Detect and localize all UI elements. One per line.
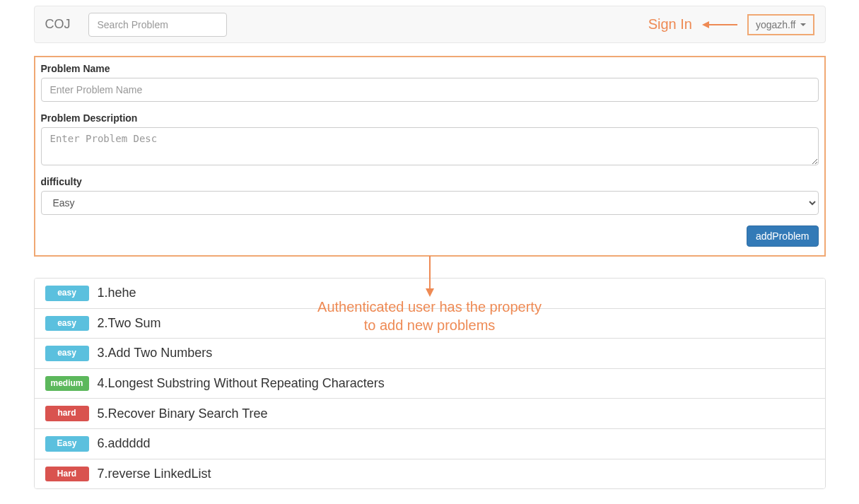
brand-link[interactable]: COJ	[45, 6, 81, 42]
problem-list-item[interactable]: medium4.Longest Substring Without Repeat…	[35, 369, 825, 399]
arrow-left-icon	[702, 20, 737, 29]
problem-list: easy1.heheeasy2.Two Sumeasy3.Add Two Num…	[34, 278, 826, 489]
problem-name-label: Problem Name	[41, 63, 819, 74]
problem-desc-input[interactable]	[41, 127, 819, 165]
problem-title: 2.Two Sum	[98, 316, 161, 331]
search-input[interactable]	[88, 13, 227, 37]
difficulty-badge: hard	[45, 406, 89, 421]
problem-list-item[interactable]: hard5.Recover Binary Search Tree	[35, 399, 825, 429]
caret-down-icon	[800, 23, 806, 26]
problem-title: 5.Recover Binary Search Tree	[98, 406, 268, 421]
problem-name-input[interactable]	[41, 78, 819, 102]
difficulty-badge: easy	[45, 316, 89, 332]
navbar: COJ Sign In yogazh.ff	[34, 6, 826, 43]
difficulty-badge: medium	[45, 376, 89, 392]
problem-title: 3.Add Two Numbers	[98, 346, 213, 361]
add-problem-form: Problem Name Problem Description difficu…	[34, 56, 826, 257]
difficulty-badge: easy	[45, 286, 89, 301]
problem-list-item[interactable]: Hard7.reverse LinkedList	[35, 459, 825, 489]
problem-title: 4.Longest Substring Without Repeating Ch…	[98, 376, 385, 391]
user-dropdown[interactable]: yogazh.ff	[747, 14, 814, 35]
problem-list-item[interactable]: easy2.Two Sum	[35, 309, 825, 339]
problem-title: 7.reverse LinkedList	[98, 467, 211, 481]
problem-title: 6.addddd	[98, 436, 151, 451]
difficulty-badge: easy	[45, 346, 89, 361]
problem-desc-label: Problem Description	[41, 112, 819, 124]
difficulty-select[interactable]: Easy	[41, 191, 819, 215]
add-problem-button[interactable]: addProblem	[747, 225, 819, 247]
problem-title: 1.hehe	[98, 286, 136, 300]
username-label: yogazh.ff	[756, 19, 796, 30]
search-form	[88, 13, 227, 37]
signin-annotation: Sign In	[648, 16, 692, 33]
svg-marker-1	[702, 21, 709, 28]
difficulty-badge: Hard	[45, 467, 89, 482]
arrow-down-icon	[425, 256, 435, 299]
problem-list-item[interactable]: Easy6.addddd	[35, 429, 825, 459]
difficulty-label: difficulty	[41, 176, 819, 187]
svg-marker-3	[426, 288, 434, 297]
difficulty-badge: Easy	[45, 436, 89, 452]
problem-list-item[interactable]: easy3.Add Two Numbers	[35, 339, 825, 369]
